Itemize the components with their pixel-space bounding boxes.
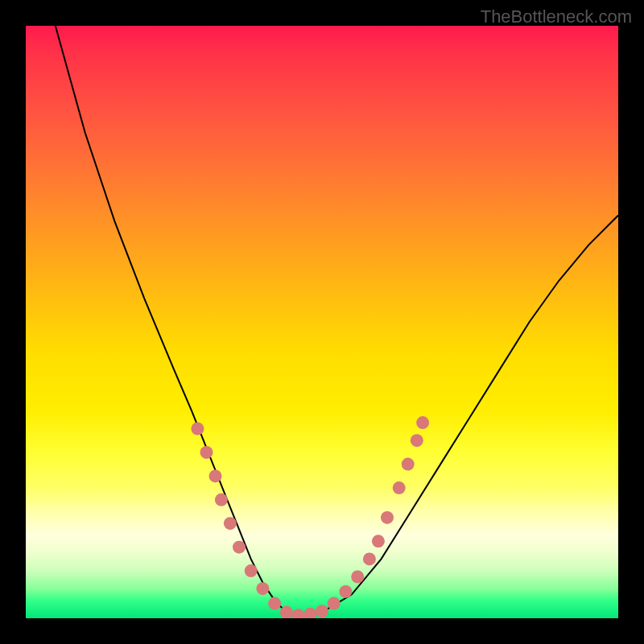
curve-marker bbox=[280, 606, 293, 618]
curve-marker bbox=[381, 511, 394, 524]
curve-marker bbox=[224, 517, 237, 530]
chart-plot-area bbox=[26, 26, 618, 618]
curve-marker bbox=[292, 609, 305, 618]
curve-marker bbox=[363, 552, 376, 565]
curve-marker bbox=[393, 481, 406, 494]
curve-marker bbox=[268, 597, 281, 610]
curve-marker bbox=[372, 535, 385, 547]
curve-marker bbox=[303, 608, 316, 618]
curve-marker bbox=[416, 416, 429, 429]
curve-marker bbox=[233, 541, 246, 554]
curve-marker bbox=[209, 469, 222, 482]
curve-marker bbox=[411, 434, 423, 447]
curve-marker bbox=[402, 458, 415, 471]
curve-marker bbox=[316, 605, 328, 617]
curve-marker bbox=[245, 564, 258, 577]
curve-marker bbox=[200, 446, 213, 459]
curve-marker bbox=[328, 597, 341, 610]
curve-marker bbox=[215, 493, 228, 506]
bottleneck-curve bbox=[56, 26, 618, 615]
watermark-text: TheBottleneck.com bbox=[481, 6, 632, 27]
chart-svg bbox=[26, 26, 618, 618]
curve-marker bbox=[256, 582, 269, 595]
curve-marker bbox=[339, 585, 352, 598]
curve-marker bbox=[191, 423, 204, 436]
curve-markers bbox=[191, 416, 429, 618]
curve-marker bbox=[351, 571, 364, 584]
